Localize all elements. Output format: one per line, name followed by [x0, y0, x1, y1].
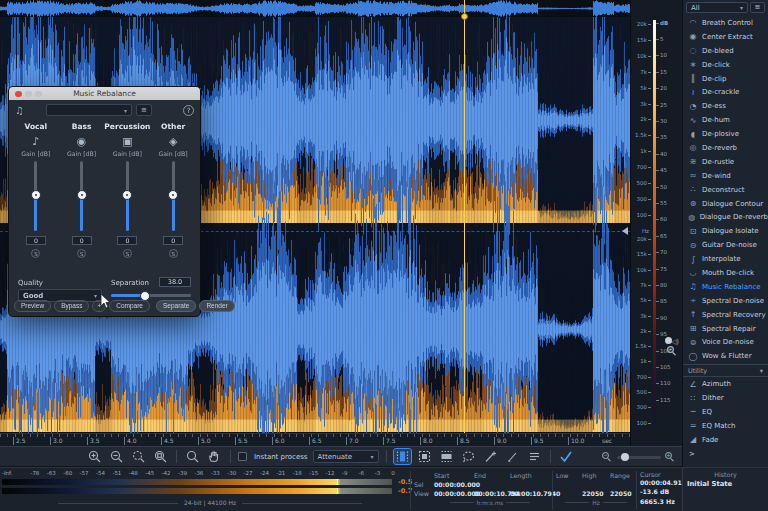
solo-button[interactable]: S — [123, 249, 132, 258]
module-item-de-plosive[interactable]: ◖De-plosive — [683, 127, 768, 141]
module-filter-select[interactable]: All▾ — [686, 2, 748, 13]
gain-slider-vocal[interactable] — [34, 161, 37, 231]
gain-value[interactable]: 0 — [117, 236, 137, 245]
playhead-line[interactable] — [464, 17, 465, 433]
module-item-de-ess[interactable]: ◔De-ess — [683, 99, 768, 113]
selection-list-icon[interactable] — [526, 449, 543, 464]
module-item-eq-match[interactable]: ≃EQ Match — [683, 419, 768, 433]
module-item-de-bleed[interactable]: ◌De-bleed — [683, 44, 768, 58]
dialog-titlebar[interactable]: Music Rebalance — [9, 87, 200, 100]
module-item-music-rebalance[interactable]: ♫Music Rebalance — [683, 280, 768, 294]
module-item-center-extract[interactable]: ◉Center Extract — [683, 30, 768, 44]
gain-slider-percussion[interactable] — [126, 161, 129, 231]
module-item-azimuth[interactable]: ∠Azimuth — [683, 377, 768, 391]
module-item-de-hum[interactable]: ∿De-hum — [683, 113, 768, 127]
separation-slider-thumb[interactable] — [140, 291, 150, 301]
module-item-dialogue-isolate[interactable]: ⊡Dialogue Isolate — [683, 224, 768, 238]
bypass-button[interactable]: Bypass — [54, 300, 89, 312]
instant-process-checkbox[interactable] — [238, 452, 247, 461]
module-item-interpolate[interactable]: ∫Interpolate — [683, 252, 768, 266]
preset-select[interactable]: ▾ — [46, 104, 132, 116]
hzoom-slider[interactable] — [617, 456, 661, 459]
vzoom-slider-thumb[interactable] — [665, 337, 672, 344]
time-frequency-selection-tool-icon[interactable] — [416, 449, 433, 464]
waveform-overview[interactable] — [0, 0, 630, 17]
gain-value[interactable]: 0 — [163, 236, 183, 245]
module-item-dialogue-de-reverb[interactable]: ◍Dialogue De-reverb — [683, 210, 768, 224]
module-item-dialogue-contour[interactable]: ⊛Dialogue Contour — [683, 197, 768, 211]
hzoom-in-icon[interactable]: + — [665, 452, 676, 463]
close-icon[interactable] — [15, 91, 22, 98]
render-button[interactable]: Render — [199, 300, 234, 312]
module-item-spectral-recovery[interactable]: ↑Spectral Recovery — [683, 308, 768, 322]
module-list-menu-button[interactable]: ≡ — [750, 2, 765, 13]
preset-menu-button[interactable]: ≡ — [136, 104, 152, 116]
view-end[interactable]: 00:00:10.794 — [474, 490, 510, 497]
wand-tool-icon[interactable] — [482, 449, 499, 464]
gain-slider-thumb[interactable] — [122, 190, 132, 200]
module-item-eq[interactable]: ∼EQ — [683, 405, 768, 419]
module-item-de-clip[interactable]: ‖De-clip — [683, 72, 768, 86]
sel-start[interactable]: 00:00:00.000 — [434, 481, 474, 488]
view-start[interactable]: 00:00:00.000 — [434, 490, 474, 497]
module-item-breath-control[interactable]: ◠Breath Control — [683, 16, 768, 30]
module-item-de-reverb[interactable]: ◎De-reverb — [683, 141, 768, 155]
gain-slider-thumb[interactable] — [77, 190, 87, 200]
module-item-deconstruct[interactable]: ∴Deconstruct — [683, 183, 768, 197]
solo-button[interactable]: S — [77, 249, 86, 258]
module-item-mouth-de-click[interactable]: ◡Mouth De-click — [683, 266, 768, 280]
history-entry[interactable]: Initial State — [683, 480, 768, 488]
time-selection-tool-icon[interactable] — [394, 449, 411, 464]
gain-value[interactable]: 0 — [72, 236, 92, 245]
preview-button[interactable]: Preview — [14, 300, 51, 312]
compare-button[interactable]: Compare — [109, 300, 150, 312]
hzoom-slider-thumb[interactable] — [621, 453, 629, 461]
solo-button[interactable]: S — [169, 249, 178, 258]
gain-slider-other[interactable] — [172, 161, 175, 231]
panel-expander[interactable]: > — [683, 447, 768, 461]
module-item-de-crackle[interactable]: ≀De-crackle — [683, 85, 768, 99]
maximize-icon[interactable] — [35, 91, 42, 98]
lasso-tool-icon[interactable] — [460, 449, 477, 464]
utility-section-header[interactable]: Utility▾ — [683, 364, 768, 377]
time-ruler[interactable]: sec 2.53.03.54.04.55.05.56.06.57.07.58.0… — [0, 433, 630, 446]
module-item-spectral-repair[interactable]: ⊞Spectral Repair — [683, 322, 768, 336]
gain-slider-thumb[interactable] — [31, 190, 41, 200]
module-item-guitar-de-noise[interactable]: ⊝Guitar De-noise — [683, 238, 768, 252]
freq-high[interactable]: 22050 — [582, 490, 610, 497]
gain-slider-bass[interactable] — [80, 161, 83, 231]
zoom-out-icon[interactable] — [108, 449, 125, 464]
module-item-fade[interactable]: ◢Fade — [683, 433, 768, 447]
gain-value[interactable]: 0 — [26, 236, 46, 245]
minimize-icon[interactable] — [25, 91, 32, 98]
frequency-selection-tool-icon[interactable] — [438, 449, 455, 464]
zoom-in-icon[interactable] — [86, 449, 103, 464]
hand-tool-icon[interactable] — [206, 449, 223, 464]
instant-process-module-select[interactable]: Attenuate▾ — [313, 450, 379, 463]
module-item-dither[interactable]: ∷Dither — [683, 391, 768, 405]
gain-slider-thumb[interactable] — [168, 190, 178, 200]
separation-slider[interactable] — [111, 294, 191, 297]
zoom-selection-icon[interactable] — [130, 449, 147, 464]
solo-button[interactable]: S — [31, 249, 40, 258]
magnify-tool-icon[interactable] — [184, 449, 201, 464]
module-item-de-click[interactable]: ∗De-click — [683, 58, 768, 72]
module-item-de-rustle[interactable]: ≋De-rustle — [683, 155, 768, 169]
spectrogram-amplitude-legend[interactable] — [653, 20, 656, 425]
zoom-fit-icon[interactable] — [152, 449, 169, 464]
freq-range[interactable]: 22050 — [610, 490, 636, 497]
hzoom-out-icon[interactable]: − — [602, 452, 613, 463]
level-meter-left[interactable] — [2, 479, 392, 485]
separation-value[interactable]: 38.0 — [159, 277, 191, 287]
commit-check-icon[interactable] — [558, 449, 575, 464]
view-length[interactable]: 00:00:10.794 — [510, 490, 546, 497]
playhead-marker[interactable] — [461, 13, 468, 20]
module-item-voice-de-noise[interactable]: ⊜Voice De-noise — [683, 335, 768, 349]
help-button[interactable]: ? — [183, 105, 194, 116]
freq-low[interactable]: 0 — [556, 490, 582, 497]
separate-button[interactable]: Separate — [156, 300, 196, 312]
module-item-de-wind[interactable]: ≈De-wind — [683, 169, 768, 183]
module-item-spectral-de-noise[interactable]: ∻Spectral De-noise — [683, 294, 768, 308]
module-item-wow-flutter[interactable]: ◯Wow & Flutter — [683, 349, 768, 363]
brush-tool-icon[interactable] — [504, 449, 521, 464]
